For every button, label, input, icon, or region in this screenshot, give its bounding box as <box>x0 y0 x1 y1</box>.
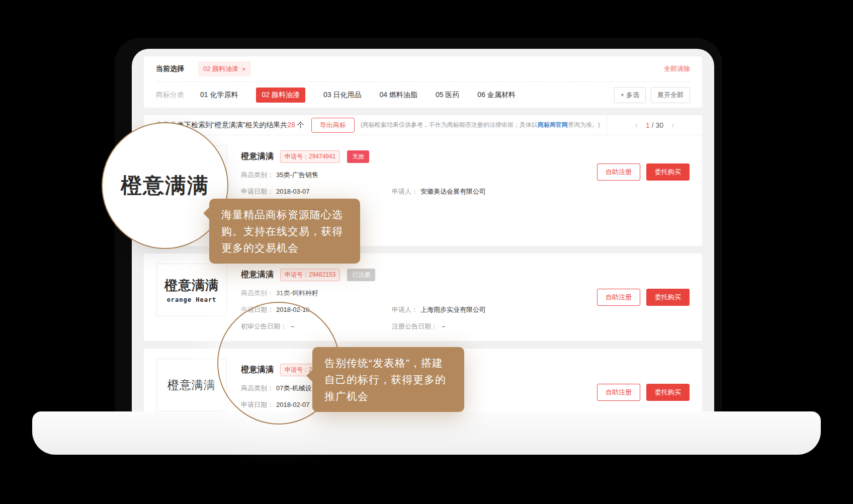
application-number-tag: 申请号：29482153 <box>280 269 340 281</box>
field: 申请日期：2018-03-07 <box>241 187 392 196</box>
row-actions: 自助注册委托购买 <box>597 163 690 181</box>
field-value: 35类-广告销售 <box>276 171 318 179</box>
entrust-buy-button[interactable]: 委托购买 <box>646 384 690 401</box>
current-selection-label: 当前选择 <box>156 64 184 73</box>
status-badge: 无效 <box>347 150 369 163</box>
category-chip[interactable]: 05 医药 <box>436 91 459 100</box>
category-chip[interactable]: 03 日化用品 <box>323 91 361 100</box>
pagination: ‹ 1 / 30 › <box>607 115 702 135</box>
trademark-image-text: 橙意满满 <box>167 377 216 393</box>
field-line: 申请日期：2018-03-07申请人：安徽美达会展有限公司 <box>241 187 597 196</box>
page-current: 1 <box>646 121 650 129</box>
tooltip-line: 告别传统“发表格”，搭建 <box>324 355 452 371</box>
field-label: 申请人： <box>392 188 418 195</box>
tooltip-line: 海量精品商标资源随心选 <box>221 206 348 223</box>
field-line: 商品类别：35类-广告销售 <box>241 171 597 180</box>
tooltip-line: 自己的标行，获得更多的 <box>324 371 452 388</box>
category-chip[interactable]: 04 燃料油脂 <box>379 91 417 100</box>
field: 商品类别：35类-广告销售 <box>241 171 318 180</box>
field-value: － <box>440 322 447 330</box>
field-label: 注册公告日期： <box>392 322 438 330</box>
close-icon[interactable]: × <box>242 65 246 73</box>
field-label: 申请日期： <box>241 188 274 195</box>
status-badge: 已注册 <box>347 269 375 281</box>
trademark-name: 橙意满满 <box>241 151 274 162</box>
category-label: 商标分类 <box>156 91 184 100</box>
trademark-image: 橙意满满orange Heart <box>156 264 227 316</box>
field-line: 商品类别：31类-饲料种籽 <box>241 289 597 298</box>
trademark-details: 橙意满满申请号：29474941无效商品类别：35类-广告销售申请日期：2018… <box>241 145 597 198</box>
field-label: 商品类别： <box>241 289 274 297</box>
clear-all-button[interactable]: 全部清除 <box>664 64 690 73</box>
field: 申请人：上海雨步实业有限公司 <box>392 305 486 314</box>
tooltip-line: 更多的交易机会 <box>221 239 348 256</box>
trademark-image-subtext: orange Heart <box>167 296 217 303</box>
current-selection-row: 当前选择 02 颜料油漆 × 全部清除 <box>156 56 690 82</box>
results-count: 28 <box>287 121 295 129</box>
expand-all-button[interactable]: 展开全部 <box>651 87 690 103</box>
field-value: 31类-饲料种籽 <box>276 289 318 297</box>
field-value: 上海雨步实业有限公司 <box>420 306 486 313</box>
magnified-trademark-text: 橙意满满 <box>121 172 209 200</box>
tooltip-line: 购。支持在线交易，获得 <box>221 223 348 239</box>
trademark-office-link[interactable]: 商标局官网 <box>538 121 568 128</box>
page-indicator: 1 / 30 <box>646 121 663 129</box>
category-chip[interactable]: 02 颜料油漆 <box>256 88 305 103</box>
self-register-button[interactable]: 自助注册 <box>597 289 640 306</box>
entrust-buy-button[interactable]: 委托购买 <box>646 163 690 181</box>
field-value: 2018-03-07 <box>276 188 310 195</box>
field-label: 商品类别： <box>241 171 274 179</box>
multi-select-button[interactable]: + 多选 <box>614 87 646 103</box>
disclaimer-suffix: 查询为准。) <box>568 121 600 128</box>
self-register-button[interactable]: 自助注册 <box>597 163 640 181</box>
result-row-host: 橙意满满橙意满满申请号：29474941无效商品类别：35类-广告销售申请日期：… <box>144 135 702 208</box>
field-label: 申请人： <box>392 306 418 313</box>
field: 商品类别：31类-饲料种籽 <box>241 289 318 298</box>
field: 申请人：安徽美达会展有限公司 <box>392 187 486 196</box>
category-chip-list: 01 化学原料02 颜料油漆03 日化用品04 燃料油脂05 医药06 金属材料 <box>200 88 516 103</box>
category-row: 商标分类 01 化学原料02 颜料油漆03 日化用品04 燃料油脂05 医药06… <box>156 82 690 108</box>
field-value: 安徽美达会展有限公司 <box>420 188 486 195</box>
trademark-title-line: 橙意满满申请号：29482153已注册 <box>241 269 597 281</box>
result-row: 橙意满满橙意满满申请号：29474941无效商品类别：35类-广告销售申请日期：… <box>144 135 702 208</box>
trademark-image: 橙意满满 <box>156 359 227 411</box>
disclaimer-prefix: (商标检索结果仅供参考，不作为商标能否注册的法律依据；具体以 <box>361 121 538 128</box>
filter-actions: + 多选 展开全部 <box>614 87 690 103</box>
selected-filter-tag-label: 02 颜料油漆 <box>203 64 238 73</box>
trademark-image-text: 橙意满满 <box>164 277 219 294</box>
self-register-button[interactable]: 自助注册 <box>597 384 640 401</box>
disclaimer-text: (商标检索结果仅供参考，不作为商标能否注册的法律依据；具体以商标局官网查询为准。… <box>361 121 600 129</box>
row-actions: 自助注册委托购买 <box>597 384 690 401</box>
page-prev-icon[interactable]: ‹ <box>635 121 638 130</box>
filter-panel: 当前选择 02 颜料油漆 × 全部清除 商标分类 01 化学原料02 颜料油漆0… <box>144 56 702 108</box>
page-next-icon[interactable]: › <box>671 121 674 130</box>
trademark-name: 橙意满满 <box>241 270 274 280</box>
laptop-base <box>32 411 821 455</box>
field: 注册公告日期：－ <box>392 322 447 331</box>
selected-filter-tag[interactable]: 02 颜料油漆 × <box>198 61 251 76</box>
page-separator: / <box>652 121 654 129</box>
tooltip-line: 推广机会 <box>324 388 452 404</box>
row-actions: 自助注册委托购买 <box>597 289 690 306</box>
results-summary-suffix: 个 <box>295 121 304 129</box>
results-header: 当前分类下检索到“橙意满满”相关的结果共28 个 导出商标 (商标检索结果仅供参… <box>144 115 702 135</box>
application-number-tag: 申请号：29474941 <box>280 150 340 163</box>
trademark-title-line: 橙意满满申请号：29474941无效 <box>241 150 597 163</box>
entrust-buy-button[interactable]: 委托购买 <box>646 289 690 306</box>
category-chip[interactable]: 01 化学原料 <box>200 91 238 100</box>
category-chip[interactable]: 06 金属材料 <box>477 91 515 100</box>
export-trademark-button[interactable]: 导出商标 <box>311 118 355 133</box>
tooltip-marketplace: 海量精品商标资源随心选购。支持在线交易，获得更多的交易机会 <box>209 199 360 264</box>
page-total: 30 <box>655 121 663 129</box>
tooltip-promotion: 告别传统“发表格”，搭建自己的标行，获得更多的推广机会 <box>312 347 464 412</box>
